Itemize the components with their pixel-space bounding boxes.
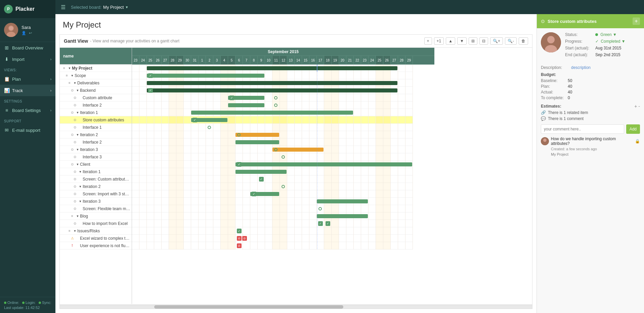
add-estimate-button[interactable]: + [634, 104, 637, 109]
gantt-row[interactable]: ! User experience is not fluent enou [60, 242, 132, 249]
row-toggle[interactable]: ▼ [78, 170, 83, 173]
sidebar-item-board-settings[interactable]: ≡ Board Settings › [0, 105, 55, 116]
gantt-chart-row[interactable] [132, 205, 413, 212]
row-toggle[interactable]: ▼ [78, 185, 83, 188]
gantt-bar[interactable] [235, 140, 279, 144]
gantt-row[interactable]: ⊙ ▼ Iteration 2 [60, 183, 132, 190]
gantt-row[interactable]: ⊙ ▼ Backend [60, 87, 132, 94]
gantt-chart-row[interactable]: ✓ [132, 94, 413, 102]
gantt-row[interactable]: ≡ ▼ My Project [60, 65, 132, 72]
sidebar-item-email-support[interactable]: ✉ E-mail support [0, 124, 55, 136]
gantt-bar[interactable] [235, 162, 412, 166]
gantt-row[interactable]: ⊙ Interface 1 [60, 124, 132, 131]
gantt-chart[interactable]: September 2015 2324252627282930311234567… [132, 48, 532, 304]
gantt-row[interactable]: ⊙ Interface 2 [60, 102, 132, 109]
close-button[interactable]: + [633, 17, 640, 25]
gantt-bar[interactable] [317, 214, 368, 218]
sidebar-item-track[interactable]: 📊 Track › [0, 85, 55, 96]
collapse-button[interactable]: ⊟ [479, 37, 488, 45]
gantt-row-highlighted[interactable]: ⊙ Store custom attributes [60, 116, 132, 124]
gantt-chart-row[interactable] [132, 146, 413, 153]
gantt-chart-row[interactable]: ✓ [132, 227, 413, 235]
row-toggle[interactable]: ▼ [75, 133, 80, 136]
gantt-row[interactable]: ⚠ Excel wizard to complex to fit into [60, 235, 132, 242]
gantt-row[interactable]: ≡ ▼ Blog [60, 212, 132, 220]
row-toggle[interactable]: ▼ [70, 74, 75, 77]
gantt-chart-row[interactable]: ✓ [132, 161, 413, 168]
row-toggle[interactable]: ▼ [73, 81, 77, 85]
scrollbar-area[interactable] [60, 305, 532, 309]
gantt-chart-row[interactable] [132, 109, 413, 116]
gantt-row[interactable]: ⊙ ▼ Iteration 1 [60, 168, 132, 175]
row-toggle[interactable]: ▼ [75, 111, 80, 114]
up-button[interactable]: ▲ [446, 37, 455, 45]
gantt-chart-row[interactable] [132, 168, 413, 175]
gantt-chart-row[interactable]: ✓ [132, 87, 413, 94]
zoom-out-button[interactable]: 🔍- [505, 37, 517, 45]
row-toggle[interactable]: ▼ [75, 148, 80, 151]
gantt-chart-row[interactable]: ⊘⊘ [132, 235, 413, 242]
gantt-row[interactable]: ≡ ▼ Scope [60, 72, 132, 79]
row-toggle[interactable]: ▼ [73, 229, 77, 233]
sidebar-item-plan[interactable]: 📋 Plan › [0, 73, 55, 85]
down-button[interactable]: ▼ [457, 37, 467, 45]
user-profile-icon[interactable]: 👤 [22, 31, 26, 35]
row-toggle[interactable]: ▼ [75, 214, 80, 218]
gantt-bar[interactable] [147, 88, 397, 92]
gantt-chart-row[interactable] [132, 198, 413, 205]
row-toggle[interactable]: ▼ [78, 200, 83, 203]
gantt-bar[interactable] [228, 103, 264, 107]
gantt-row[interactable]: ⊙ ▼ Iteration 1 [60, 109, 132, 116]
comment-input[interactable] [541, 124, 624, 134]
sidebar-item-board-overview[interactable]: ⊞ Board Overview [0, 42, 55, 53]
gantt-bar[interactable] [147, 74, 264, 78]
row-toggle[interactable]: ▼ [67, 67, 72, 70]
add-task-button[interactable]: + [424, 37, 432, 45]
gantt-row[interactable]: ≡ ▼ Deliverables [60, 79, 132, 87]
gantt-bar[interactable] [235, 133, 279, 137]
user-signout-icon[interactable]: ↩ [29, 31, 32, 35]
gantt-chart-row[interactable]: ✓✓ [132, 220, 413, 227]
scrollbar-thumb[interactable] [154, 305, 343, 309]
gantt-row[interactable]: ⊙ Screen: Custom attribute settin [60, 175, 132, 183]
gantt-chart-row[interactable] [132, 65, 413, 72]
menu-icon[interactable]: ☰ [61, 4, 66, 10]
gantt-bar[interactable] [147, 66, 397, 70]
gantt-chart-row[interactable] [132, 212, 413, 220]
gantt-row[interactable]: ⊙ ▼ Client [60, 161, 132, 168]
gantt-bar[interactable] [235, 170, 287, 174]
gantt-chart-row[interactable] [132, 183, 413, 190]
gantt-row[interactable]: ⊙ ▼ Iteration 3 [60, 198, 132, 205]
related-items-row[interactable]: 🔗 There is 1 related item [541, 110, 640, 115]
gantt-chart-row[interactable] [132, 79, 413, 87]
board-dropdown-icon[interactable]: ▼ [125, 5, 128, 9]
gantt-row[interactable]: ⊙ ▼ Iteration 3 [60, 146, 132, 153]
gantt-chart-row[interactable] [132, 153, 413, 161]
gantt-bar[interactable] [272, 148, 324, 152]
expand-button[interactable]: ⊞ [469, 37, 477, 45]
gantt-row[interactable]: ⊙ Interface 3 [60, 153, 132, 161]
status-dropdown-icon[interactable]: ▼ [613, 32, 617, 37]
add-col-button[interactable]: +1 [434, 37, 444, 45]
gantt-chart-row[interactable] [132, 102, 413, 109]
add-comment-button[interactable]: Add [626, 124, 640, 134]
gantt-row[interactable]: ⊙ ▼ Iteration 2 [60, 131, 132, 139]
gantt-chart-row[interactable] [132, 139, 413, 146]
description-value[interactable]: description [571, 65, 591, 70]
delete-button[interactable]: 🗑 [519, 37, 528, 45]
gantt-chart-row[interactable]: ✓ [132, 175, 413, 183]
comment-count-row[interactable]: 💬 There is 1 comment [541, 116, 640, 121]
gantt-chart-row[interactable]: ✓ [132, 116, 413, 124]
row-toggle[interactable]: ▼ [75, 163, 80, 166]
remove-estimate-button[interactable]: - [638, 104, 640, 109]
gantt-row[interactable]: ⊙ How to import from Excel [60, 220, 132, 227]
zoom-in-button[interactable]: 🔍+ [490, 37, 503, 45]
gantt-chart-row[interactable]: ✓ [132, 72, 413, 79]
gantt-row[interactable]: ⊙ Screen: Import with 3 step wiza [60, 190, 132, 198]
row-toggle[interactable]: ▼ [75, 89, 80, 92]
gantt-chart-row[interactable]: ✓ [132, 190, 413, 198]
gantt-row[interactable]: ⊙ Custom attribute [60, 94, 132, 102]
gantt-row[interactable]: ≡ ▼ Issues/Risks [60, 227, 132, 235]
gantt-bar[interactable] [191, 111, 353, 115]
gantt-row[interactable]: ⊙ Interface 2 [60, 139, 132, 146]
